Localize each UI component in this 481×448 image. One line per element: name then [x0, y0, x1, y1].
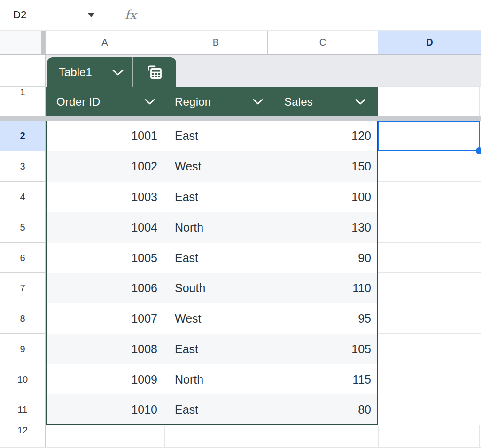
cell-sales[interactable]: 110: [268, 273, 371, 303]
column-header-A[interactable]: A: [46, 31, 164, 54]
table-menu-chevron-icon[interactable]: [112, 69, 124, 76]
cell-d-4[interactable]: [378, 182, 481, 212]
cell-region[interactable]: South: [175, 273, 269, 303]
cell-sales[interactable]: 130: [268, 212, 371, 243]
cell-order-id[interactable]: 1010: [46, 394, 157, 425]
gridline-row1-top: [378, 86, 481, 87]
gridline-a-b: [164, 426, 165, 448]
name-box-value[interactable]: D2: [13, 5, 26, 25]
table-column-sales: Sales: [284, 87, 313, 116]
cell-region[interactable]: North: [175, 212, 269, 243]
column-header-C[interactable]: C: [268, 31, 378, 54]
gridline-b-c: [268, 426, 268, 448]
cell-sales[interactable]: 120: [268, 121, 371, 151]
row-header-10[interactable]: 10: [0, 364, 46, 394]
cell-region[interactable]: East: [175, 334, 269, 364]
freeze-column-handle[interactable]: [41, 31, 45, 54]
row-header-5[interactable]: 5: [0, 212, 46, 243]
cell-order-id[interactable]: 1004: [46, 212, 157, 243]
row-header-11[interactable]: 11: [0, 394, 46, 425]
cell-region[interactable]: East: [175, 394, 269, 425]
cell-d-8[interactable]: [378, 303, 481, 334]
column-header-row: A B C D: [0, 31, 481, 55]
row-header-9[interactable]: 9: [0, 334, 46, 364]
table-header-row: Order ID Region Sales: [46, 87, 378, 116]
formula-toolbar: D2 fx: [0, 0, 481, 31]
select-all-corner[interactable]: [0, 31, 46, 54]
cell-order-id[interactable]: 1003: [46, 182, 157, 212]
row-header-1[interactable]: 1: [0, 87, 46, 116]
cell-sales[interactable]: 100: [268, 182, 371, 212]
cell-region[interactable]: East: [175, 243, 269, 273]
cell-sales[interactable]: 80: [268, 394, 371, 425]
table-name-label[interactable]: Table1: [59, 57, 92, 87]
row-header-3[interactable]: 3: [0, 151, 46, 182]
fx-icon: fx: [120, 4, 141, 26]
region-filter-chevron-icon[interactable]: [252, 99, 264, 105]
table-name-chip[interactable]: Table1: [47, 57, 176, 87]
cell-sales[interactable]: 150: [268, 151, 371, 182]
cell-sales[interactable]: 95: [268, 303, 371, 334]
cell-d-7[interactable]: [378, 273, 481, 303]
cell-region[interactable]: North: [175, 364, 269, 394]
column-header-D[interactable]: D: [378, 31, 481, 54]
cell-region[interactable]: West: [175, 151, 269, 182]
order-id-filter-chevron-icon[interactable]: [144, 99, 155, 105]
cell-d-2[interactable]: [378, 121, 481, 151]
cell-d-10[interactable]: [378, 364, 481, 394]
sheet-grid: Table1 1 Order ID Region Sales: [0, 55, 481, 448]
column-header-B[interactable]: B: [164, 31, 268, 54]
cell-region[interactable]: East: [175, 182, 269, 212]
cell-sales[interactable]: 115: [268, 364, 371, 394]
cell-order-id[interactable]: 1002: [46, 151, 157, 182]
cell-order-id[interactable]: 1005: [46, 243, 157, 273]
spreadsheet-app: D2 fx A B C D Table1: [0, 0, 481, 448]
table-column-region: Region: [175, 87, 211, 116]
cell-d-5[interactable]: [378, 212, 481, 243]
table-column-order-id: Order ID: [56, 87, 101, 116]
chip-divider: [132, 57, 133, 87]
row-header-8[interactable]: 8: [0, 303, 46, 334]
row-header-7[interactable]: 7: [0, 273, 46, 303]
cell-sales[interactable]: 90: [268, 243, 371, 273]
cell-region[interactable]: East: [175, 121, 269, 151]
cell-d-6[interactable]: [378, 243, 481, 273]
row-header-12[interactable]: 12: [0, 425, 46, 448]
fill-handle-icon[interactable]: [476, 147, 481, 154]
cell-order-id[interactable]: 1009: [46, 364, 157, 394]
cell-order-id[interactable]: 1008: [46, 334, 157, 364]
name-box-dropdown-icon[interactable]: [87, 13, 95, 17]
cell-order-id[interactable]: 1007: [46, 303, 157, 334]
gridline-c-d: [378, 426, 379, 448]
row-header-2[interactable]: 2: [0, 121, 46, 151]
row-header-chip-band[interactable]: [0, 55, 46, 87]
cell-d-3[interactable]: [378, 151, 481, 182]
frozen-row-divider[interactable]: [0, 116, 481, 121]
sales-filter-chevron-icon[interactable]: [355, 99, 366, 105]
name-box[interactable]: D2: [6, 5, 103, 25]
cell-region[interactable]: West: [175, 303, 269, 334]
cell-order-id[interactable]: 1006: [46, 273, 157, 303]
cell-d-11[interactable]: [378, 394, 481, 425]
cell-order-id[interactable]: 1001: [46, 121, 157, 151]
cell-sales[interactable]: 105: [268, 334, 371, 364]
table-grid-icon[interactable]: [145, 62, 164, 82]
row-header-6[interactable]: 6: [0, 243, 46, 273]
cell-d-9[interactable]: [378, 334, 481, 364]
row-header-4[interactable]: 4: [0, 182, 46, 212]
gridline-row12-bottom: [0, 447, 481, 448]
